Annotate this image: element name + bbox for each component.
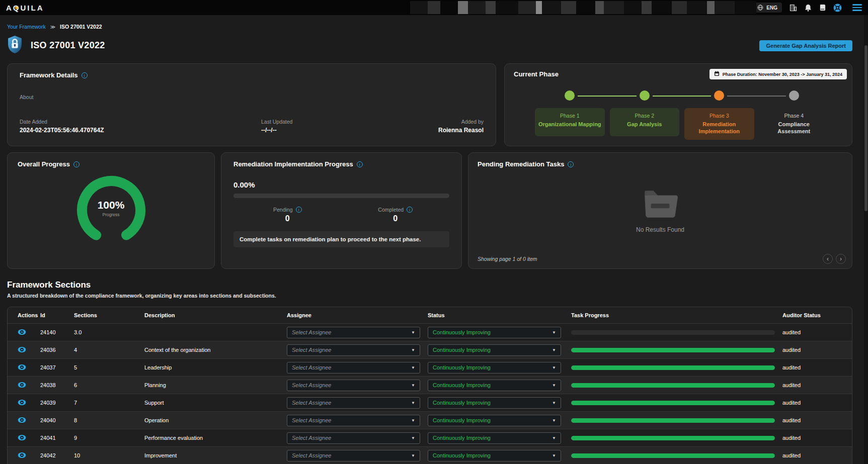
framework-details-card: Framework Details i About Date Added 202… [7,63,496,146]
table-row: 24140 3.0 Select Assignee▼ Continuously … [8,324,852,341]
status-select[interactable]: Continuously Improving▼ [428,362,561,374]
remediation-percent: 0.00% [233,180,449,189]
phase-dots-row [535,90,829,108]
phase-label: Phase 2 [613,113,677,119]
chevron-down-icon: ▼ [411,401,415,405]
status-select[interactable]: Continuously Improving▼ [428,327,561,338]
assignee-select[interactable]: Select Assignee▼ [287,344,420,356]
row-id: 24038 [40,382,74,388]
view-row-button[interactable] [18,399,26,406]
phase-box: Phase 3 Remediation Implementation [684,108,754,140]
paging-text: Showing page 1 of 0 item [478,256,537,262]
chevron-down-icon: ▼ [411,436,415,440]
column-header: Actions [8,312,40,318]
scrollbar-thumb[interactable] [864,45,867,211]
book-icon[interactable] [819,4,826,11]
phase-dot [789,90,799,101]
info-icon[interactable]: i [568,161,574,167]
table-body: 24140 3.0 Select Assignee▼ Continuously … [8,324,852,464]
info-icon[interactable]: i [296,207,302,213]
next-page-button[interactable]: › [836,254,846,264]
assignee-select[interactable]: Select Assignee▼ [287,432,420,444]
chevron-down-icon: ▼ [411,330,415,335]
row-description: Performance evaluation [144,435,287,441]
completed-count: 0 [342,214,450,223]
row-section: 10 [74,452,144,458]
task-progress-bar [571,365,775,370]
info-icon[interactable]: i [407,207,413,213]
chevron-down-icon: ▼ [552,418,556,423]
pending-tasks-title: Pending Remediation Tasks [478,160,564,168]
breadcrumb-parent[interactable]: Your Framework [7,24,46,30]
bell-icon[interactable] [805,4,812,12]
auditor-status: audited [782,364,852,370]
current-phase-title: Current Phase [514,70,559,78]
status-select[interactable]: Continuously Improving▼ [428,450,561,461]
chevron-down-icon: ▼ [552,436,556,440]
row-section: 7 [74,400,144,406]
view-row-button[interactable] [18,346,26,353]
row-section: 9 [74,435,144,441]
assignee-select[interactable]: Select Assignee▼ [287,327,420,338]
assignee-select[interactable]: Select Assignee▼ [287,397,420,409]
assignee-select[interactable]: Select Assignee▼ [287,415,420,426]
remediation-note: Complete tasks on remediation plan to pr… [233,231,449,247]
breadcrumb: Your Framework ≫ ISO 27001 V2022 [7,24,868,30]
language-selector[interactable]: ENG [753,3,782,13]
generate-gap-analysis-report-button[interactable]: Generate Gap Analysis Report [759,40,852,51]
info-icon[interactable]: i [73,161,80,167]
progress-gauge: 100% Progress [68,170,154,253]
row-section: 3.0 [74,329,144,335]
task-progress-bar [571,418,775,423]
phase-name: Gap Analysis [613,121,677,128]
lifebuoy-icon[interactable] [833,4,842,12]
page-scrollbar[interactable] [864,15,868,464]
row-id: 24036 [40,347,74,353]
date-added-value: 2024-02-23T05:56:46.470764Z [20,127,261,134]
overall-progress-card: Overall Progress i 100% Progress [7,152,215,269]
overall-progress-title: Overall Progress [18,160,70,168]
redacted-area [410,1,756,14]
pending-tasks-card: Pending Remediation Tasks i No Results F… [468,152,852,269]
status-select[interactable]: Continuously Improving▼ [428,344,561,356]
gauge-caption: Progress [68,212,154,217]
pending-count: 0 [233,214,342,223]
table-header: ActionsIdSectionsDescriptionAssigneeStat… [8,307,852,324]
task-progress-bar [571,453,775,458]
assignee-select[interactable]: Select Assignee▼ [287,450,420,461]
assignee-select[interactable]: Select Assignee▼ [287,380,420,391]
chevron-down-icon: ▼ [411,348,415,352]
column-header: Sections [74,312,144,318]
status-select[interactable]: Continuously Improving▼ [428,380,561,391]
building-icon[interactable] [790,4,797,12]
info-icon[interactable]: i [82,72,88,78]
view-row-button[interactable] [18,417,26,423]
menu-icon[interactable] [849,4,862,11]
breadcrumb-current: ISO 27001 V2022 [60,24,102,30]
view-row-button[interactable] [18,434,26,441]
prev-page-button[interactable]: ‹ [823,254,833,264]
view-row-button[interactable] [18,382,26,388]
current-phase-card: Current Phase Phase Duration: November 3… [504,63,852,146]
aquila-logo[interactable]: AQUILA [6,4,44,12]
status-select[interactable]: Continuously Improving▼ [428,397,561,409]
task-progress-bar [571,383,775,388]
phase-name: Remediation Implementation [687,121,751,135]
added-by-label: Added by [438,119,484,125]
status-select[interactable]: Continuously Improving▼ [428,432,561,444]
completed-label: Completed [378,207,404,213]
info-icon[interactable]: i [357,161,363,167]
phase-name: Organizational Mapping [538,121,602,128]
view-row-button[interactable] [18,452,26,458]
no-results-text: No Results Found [468,226,852,233]
view-row-button[interactable] [18,364,26,370]
phase-box: Phase 4 Compliance Assessment [759,108,829,140]
view-row-button[interactable] [18,329,26,335]
column-header: Assignee [287,312,428,318]
status-select[interactable]: Continuously Improving▼ [428,415,561,426]
column-header: Status [428,312,571,318]
row-id: 24042 [40,452,74,458]
assignee-select[interactable]: Select Assignee▼ [287,362,420,374]
shield-lock-icon [7,35,23,56]
framework-sections-title: Framework Sections [7,280,852,290]
